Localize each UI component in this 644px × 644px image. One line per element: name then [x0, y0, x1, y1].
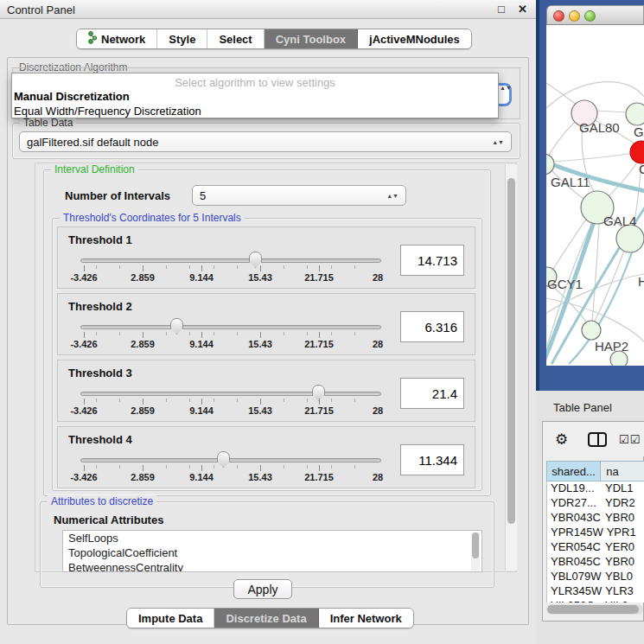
network-icon [88, 31, 97, 47]
cell: YPR145W [547, 526, 603, 540]
tab-impute-data-label: Impute Data [138, 612, 202, 625]
node-red-selected[interactable] [630, 141, 644, 163]
cell: YDR27... [547, 496, 602, 511]
tab-impute-data[interactable]: Impute Data [127, 609, 214, 628]
node-label-clipped-mid: C [639, 162, 644, 176]
cell: YER0 [602, 540, 644, 555]
network-window-titlebar[interactable] [546, 5, 644, 25]
table-row[interactable]: YDL19...YDL1 [547, 481, 644, 496]
cell: YBR043C [547, 511, 602, 526]
float-icon[interactable]: □ [498, 3, 505, 16]
minimize-traffic-light-icon[interactable] [569, 10, 580, 22]
threshold-2-panel: Threshold 2 -3.426 2.859 9.144 15.43 21.… [57, 293, 475, 355]
attributes-list-scrollbar-thumb[interactable] [472, 532, 479, 558]
zoom-traffic-light-icon[interactable] [584, 10, 596, 22]
table-row[interactable]: YPR145WYPR1 [547, 526, 644, 540]
network-canvas[interactable]: GAL80 GA GAL11 C GAL4 GCY1 H HAP2 [546, 25, 644, 366]
threshold-1-label: Threshold 1 [68, 233, 132, 246]
number-of-intervals-combobox[interactable]: 5 ▲▼ [192, 185, 406, 206]
tab-select[interactable]: Select [207, 29, 264, 48]
tab-network[interactable]: Network [77, 29, 157, 48]
threshold-1-panel: Threshold 1 -3.426 2.859 9.144 15.43 21.… [57, 226, 475, 289]
table-row[interactable]: YBR045CYBR0 [547, 555, 644, 570]
table-row[interactable]: YER054CYER0 [547, 540, 644, 555]
node-top-right[interactable] [626, 103, 644, 125]
list-item[interactable]: BetweennessCentrality [63, 560, 481, 572]
attributes-list[interactable]: SelfLoops TopologicalCoefficient Between… [62, 530, 482, 572]
tick-label: 28 [373, 405, 383, 416]
threshold-2-ticks [84, 332, 378, 338]
threshold-4-value-field[interactable]: 11.344 [400, 444, 464, 475]
network-graph: GAL80 GA GAL11 C GAL4 GCY1 H HAP2 [546, 25, 644, 366]
horizontal-scrollbar-thumb[interactable] [547, 605, 639, 614]
tab-style-label: Style [169, 33, 195, 46]
node-label-gal80: GAL80 [579, 120, 620, 135]
gear-icon[interactable]: ⚙ [555, 430, 568, 449]
network-window: GAL80 GA GAL11 C GAL4 GCY1 H HAP2 [546, 5, 644, 366]
tick-label: 15.43 [248, 472, 272, 482]
vertical-scrollbar[interactable] [505, 164, 517, 571]
cell: YBR0 [602, 555, 644, 570]
algorithm-option-manual[interactable]: Manual Discretization [14, 90, 498, 103]
tab-discretize-data[interactable]: Discretize Data [214, 609, 318, 628]
threshold-2-slider-track[interactable] [80, 325, 381, 329]
table-panel-body: ⚙ ☑☑ shared... na YDL19...YDL1 YDR27...Y… [542, 421, 644, 622]
tab-jactivemnodules[interactable]: jActiveMNodules [358, 29, 471, 48]
number-of-intervals-label: Number of Intervals [65, 189, 170, 202]
tick-label: 15.43 [248, 339, 272, 349]
table-row[interactable]: YBR043CYBR0 [547, 511, 644, 526]
tick-label: -3.426 [70, 405, 97, 416]
list-item[interactable]: SelfLoops [63, 531, 481, 545]
attributes-group-title: Attributes to discretize [48, 495, 156, 507]
threshold-3-panel: Threshold 3 -3.426 2.859 9.144 15.43 21.… [57, 360, 475, 422]
tick-label: 2.859 [131, 405, 155, 416]
threshold-3-value-field[interactable]: 21.4 [400, 378, 464, 409]
tick-label: 9.144 [189, 339, 214, 349]
tick-label: 15.43 [248, 405, 272, 416]
cell: YLR345W [547, 584, 602, 599]
table-row[interactable]: YDR27...YDR2 [547, 496, 644, 511]
threshold-1-value-field[interactable]: 14.713 [400, 245, 464, 276]
tab-jactivemnodules-label: jActiveMNodules [369, 33, 460, 46]
column-header-shared-name[interactable]: shared... [546, 461, 601, 481]
table-row[interactable]: YLR345WYLR3 [547, 584, 644, 599]
tick-label: 9.144 [189, 472, 214, 482]
combo-arrows-icon: ▲▼ [492, 140, 504, 144]
table-data-combobox[interactable]: galFiltered.sif default node ▲▼ [19, 131, 512, 152]
table-header-row: shared... na [546, 461, 644, 481]
split-columns-icon[interactable] [588, 432, 607, 447]
tick-label: 9.144 [189, 272, 214, 283]
table-row[interactable]: YIL052CYIL0 [547, 599, 644, 603]
apply-button[interactable]: Apply [233, 579, 292, 599]
tab-discretize-data-label: Discretize Data [226, 612, 306, 625]
cell: YDL1 [602, 481, 644, 496]
tick-label: 15.43 [248, 272, 272, 283]
algorithm-popup-hint: Select algorithm to view settings [12, 76, 498, 89]
algorithm-option-equal-width[interactable]: Equal Width/Frequency Discretization [14, 105, 498, 118]
close-icon[interactable]: ✕ [518, 3, 527, 16]
tab-cyni-toolbox[interactable]: Cyni Toolbox [265, 29, 358, 48]
table-row[interactable]: YBL079WYBL0 [547, 570, 644, 584]
checkbox-filter-icons[interactable]: ☑☑ [619, 433, 641, 446]
node-right-mid[interactable] [616, 225, 644, 252]
threshold-4-slider-track[interactable] [80, 458, 381, 462]
tab-cyni-toolbox-label: Cyni Toolbox [276, 33, 346, 46]
tick-label: 21.715 [304, 339, 334, 349]
tab-style[interactable]: Style [157, 29, 207, 48]
tick-label: 28 [373, 339, 383, 349]
horizontal-scrollbar[interactable] [546, 604, 643, 615]
column-header-name[interactable]: na [601, 461, 644, 481]
threshold-3-slider-track[interactable] [80, 392, 381, 396]
node-hap2[interactable] [582, 321, 601, 340]
thresholds-group-title: Threshold's Coordinates for 5 Intervals [60, 212, 245, 224]
tab-infer-network[interactable]: Infer Network [319, 609, 413, 628]
threshold-1-slider-track[interactable] [80, 258, 381, 263]
threshold-1-ticks [84, 265, 378, 271]
vertical-scrollbar-thumb[interactable] [507, 178, 515, 524]
interval-definition-title: Interval Definition [51, 163, 138, 175]
close-traffic-light-icon[interactable] [553, 10, 564, 22]
threshold-2-value-field[interactable]: 6.316 [400, 311, 464, 342]
attributes-list-scrollbar[interactable] [471, 532, 480, 571]
node-label-gal11: GAL11 [551, 175, 590, 189]
list-item[interactable]: TopologicalCoefficient [63, 545, 481, 560]
